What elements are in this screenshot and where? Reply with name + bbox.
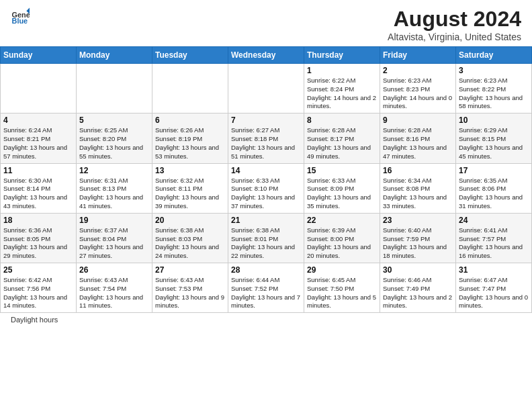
calendar-cell: 17Sunrise: 6:35 AM Sunset: 8:06 PM Dayli… (456, 163, 532, 213)
day-detail: Sunrise: 6:23 AM Sunset: 8:22 PM Dayligh… (459, 77, 529, 111)
calendar-cell: 8Sunrise: 6:28 AM Sunset: 8:17 PM Daylig… (304, 113, 380, 163)
day-detail: Sunrise: 6:33 AM Sunset: 8:09 PM Dayligh… (307, 177, 377, 211)
calendar-cell: 13Sunrise: 6:32 AM Sunset: 8:11 PM Dayli… (152, 163, 228, 213)
day-number: 10 (459, 116, 529, 125)
day-number: 9 (383, 116, 453, 125)
calendar-cell: 16Sunrise: 6:34 AM Sunset: 8:08 PM Dayli… (380, 163, 456, 213)
calendar-cell: 3Sunrise: 6:23 AM Sunset: 8:22 PM Daylig… (456, 64, 532, 113)
day-detail: Sunrise: 6:34 AM Sunset: 8:08 PM Dayligh… (383, 177, 453, 211)
day-number: 31 (459, 265, 529, 275)
day-detail: Sunrise: 6:28 AM Sunset: 8:16 PM Dayligh… (383, 126, 453, 161)
calendar-cell: 6Sunrise: 6:26 AM Sunset: 8:19 PM Daylig… (152, 113, 228, 163)
day-number: 8 (307, 116, 377, 125)
page-subtitle: Altavista, Virginia, United States (388, 32, 521, 42)
day-header-sunday: Sunday (1, 47, 77, 64)
day-number: 7 (231, 116, 301, 125)
day-number: 23 (383, 216, 453, 225)
calendar-cell: 23Sunrise: 6:40 AM Sunset: 7:59 PM Dayli… (380, 213, 456, 263)
calendar-body: 1Sunrise: 6:22 AM Sunset: 8:24 PM Daylig… (1, 64, 532, 313)
day-number: 26 (79, 265, 149, 275)
calendar-cell: 18Sunrise: 6:36 AM Sunset: 8:05 PM Dayli… (1, 213, 77, 263)
day-number: 27 (155, 265, 225, 275)
day-number: 28 (231, 265, 301, 275)
day-number: 30 (383, 265, 453, 275)
footer-label: Daylight hours (11, 316, 58, 324)
day-detail: Sunrise: 6:25 AM Sunset: 8:20 PM Dayligh… (79, 126, 149, 161)
calendar-cell (228, 64, 304, 113)
day-number: 20 (155, 216, 225, 225)
calendar-cell: 14Sunrise: 6:33 AM Sunset: 8:10 PM Dayli… (228, 163, 304, 213)
day-detail: Sunrise: 6:22 AM Sunset: 8:24 PM Dayligh… (307, 77, 377, 111)
day-header-monday: Monday (77, 47, 152, 64)
day-number: 21 (231, 216, 301, 225)
calendar-cell: 26Sunrise: 6:43 AM Sunset: 7:54 PM Dayli… (77, 263, 152, 313)
calendar-cell: 2Sunrise: 6:23 AM Sunset: 8:23 PM Daylig… (380, 64, 456, 113)
day-number: 14 (231, 166, 301, 175)
calendar-week-3: 11Sunrise: 6:30 AM Sunset: 8:14 PM Dayli… (1, 163, 532, 213)
day-header-saturday: Saturday (456, 47, 532, 64)
logo-icon: General Blue (11, 7, 30, 26)
day-detail: Sunrise: 6:28 AM Sunset: 8:17 PM Dayligh… (307, 126, 377, 161)
day-detail: Sunrise: 6:43 AM Sunset: 7:54 PM Dayligh… (79, 276, 149, 310)
calendar-header: SundayMondayTuesdayWednesdayThursdayFrid… (1, 47, 532, 64)
day-detail: Sunrise: 6:38 AM Sunset: 8:01 PM Dayligh… (231, 226, 301, 261)
day-number: 6 (155, 116, 225, 125)
calendar-cell: 27Sunrise: 6:43 AM Sunset: 7:53 PM Dayli… (152, 263, 228, 313)
calendar-week-5: 25Sunrise: 6:42 AM Sunset: 7:56 PM Dayli… (1, 263, 532, 313)
calendar-week-4: 18Sunrise: 6:36 AM Sunset: 8:05 PM Dayli… (1, 213, 532, 263)
day-detail: Sunrise: 6:38 AM Sunset: 8:03 PM Dayligh… (155, 226, 225, 261)
day-number: 13 (155, 166, 225, 175)
calendar-footer: Daylight hours (0, 313, 532, 326)
day-detail: Sunrise: 6:39 AM Sunset: 8:00 PM Dayligh… (307, 226, 377, 261)
day-number: 25 (3, 265, 73, 275)
calendar-week-2: 4Sunrise: 6:24 AM Sunset: 8:21 PM Daylig… (1, 113, 532, 163)
day-number: 24 (459, 216, 529, 225)
calendar-cell: 5Sunrise: 6:25 AM Sunset: 8:20 PM Daylig… (77, 113, 152, 163)
day-detail: Sunrise: 6:43 AM Sunset: 7:53 PM Dayligh… (155, 276, 225, 310)
day-detail: Sunrise: 6:37 AM Sunset: 8:04 PM Dayligh… (79, 226, 149, 261)
calendar-cell (152, 64, 228, 113)
header-row: SundayMondayTuesdayWednesdayThursdayFrid… (1, 47, 532, 64)
day-number: 1 (307, 66, 377, 75)
day-number: 16 (383, 166, 453, 175)
day-number: 22 (307, 216, 377, 225)
day-detail: Sunrise: 6:27 AM Sunset: 8:18 PM Dayligh… (231, 126, 301, 161)
page-header: General Blue August 2024 Altavista, Virg… (0, 0, 532, 46)
calendar-cell: 1Sunrise: 6:22 AM Sunset: 8:24 PM Daylig… (304, 64, 380, 113)
day-number: 11 (3, 166, 73, 175)
day-number: 19 (79, 216, 149, 225)
calendar-cell: 19Sunrise: 6:37 AM Sunset: 8:04 PM Dayli… (77, 213, 152, 263)
calendar-cell: 29Sunrise: 6:45 AM Sunset: 7:50 PM Dayli… (304, 263, 380, 313)
calendar-cell (1, 64, 77, 113)
day-number: 5 (79, 116, 149, 125)
calendar-cell: 9Sunrise: 6:28 AM Sunset: 8:16 PM Daylig… (380, 113, 456, 163)
calendar-cell: 7Sunrise: 6:27 AM Sunset: 8:18 PM Daylig… (228, 113, 304, 163)
calendar-cell: 31Sunrise: 6:47 AM Sunset: 7:47 PM Dayli… (456, 263, 532, 313)
calendar-week-1: 1Sunrise: 6:22 AM Sunset: 8:24 PM Daylig… (1, 64, 532, 113)
day-number: 29 (307, 265, 377, 275)
day-detail: Sunrise: 6:29 AM Sunset: 8:15 PM Dayligh… (459, 126, 529, 161)
day-detail: Sunrise: 6:41 AM Sunset: 7:57 PM Dayligh… (459, 226, 529, 261)
calendar-cell: 4Sunrise: 6:24 AM Sunset: 8:21 PM Daylig… (1, 113, 77, 163)
day-number: 12 (79, 166, 149, 175)
day-detail: Sunrise: 6:47 AM Sunset: 7:47 PM Dayligh… (459, 276, 529, 310)
day-header-tuesday: Tuesday (152, 47, 228, 64)
day-detail: Sunrise: 6:31 AM Sunset: 8:13 PM Dayligh… (79, 177, 149, 211)
calendar-cell: 25Sunrise: 6:42 AM Sunset: 7:56 PM Dayli… (1, 263, 77, 313)
day-number: 17 (459, 166, 529, 175)
day-detail: Sunrise: 6:36 AM Sunset: 8:05 PM Dayligh… (3, 226, 73, 261)
day-detail: Sunrise: 6:42 AM Sunset: 7:56 PM Dayligh… (3, 276, 73, 310)
day-number: 2 (383, 66, 453, 75)
logo: General Blue (11, 7, 30, 26)
calendar-cell: 21Sunrise: 6:38 AM Sunset: 8:01 PM Dayli… (228, 213, 304, 263)
day-header-thursday: Thursday (304, 47, 380, 64)
day-number: 15 (307, 166, 377, 175)
day-number: 3 (459, 66, 529, 75)
calendar-cell: 20Sunrise: 6:38 AM Sunset: 8:03 PM Dayli… (152, 213, 228, 263)
day-number: 18 (3, 216, 73, 225)
calendar-cell (77, 64, 152, 113)
page-title: August 2024 (388, 7, 521, 32)
calendar-table: SundayMondayTuesdayWednesdayThursdayFrid… (0, 46, 532, 313)
calendar-cell: 28Sunrise: 6:44 AM Sunset: 7:52 PM Dayli… (228, 263, 304, 313)
day-header-friday: Friday (380, 47, 456, 64)
